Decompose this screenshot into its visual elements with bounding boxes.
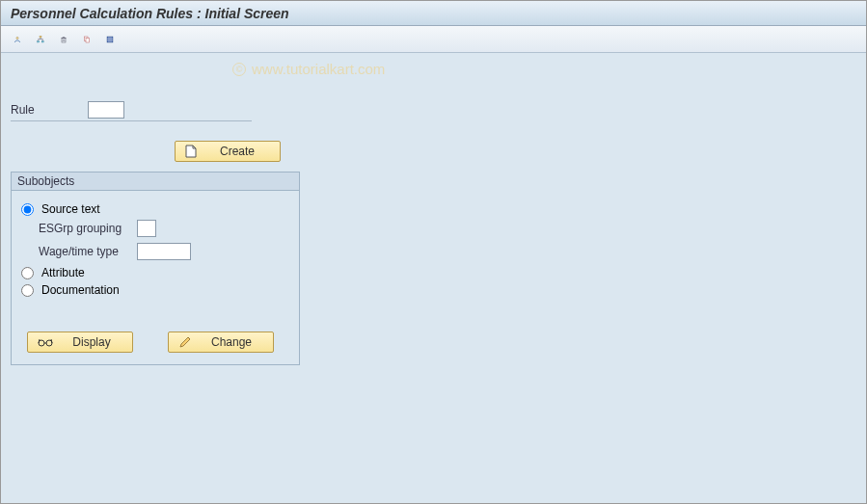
radio-source-text-input[interactable] bbox=[21, 203, 34, 216]
wagetime-input[interactable] bbox=[137, 243, 191, 260]
page-title: Personnel Calculation Rules : Initial Sc… bbox=[11, 6, 289, 21]
radio-attribute-label: Attribute bbox=[41, 266, 85, 279]
flow-icon bbox=[37, 32, 44, 47]
svg-rect-4 bbox=[62, 38, 66, 42]
copyright-icon: © bbox=[232, 63, 246, 76]
toolbar-user-button[interactable] bbox=[7, 30, 28, 49]
radio-attribute-input[interactable] bbox=[21, 267, 34, 279]
toolbar-flow-button[interactable] bbox=[30, 30, 51, 49]
wagetime-label: Wage/time type bbox=[21, 245, 137, 258]
radio-documentation-label: Documentation bbox=[41, 283, 120, 297]
create-row: Create bbox=[175, 141, 856, 162]
svg-point-0 bbox=[16, 37, 18, 39]
source-text-fields: ESGrp grouping Wage/time type bbox=[21, 220, 289, 260]
pencil-icon bbox=[178, 335, 192, 349]
glasses-icon bbox=[38, 337, 53, 347]
toolbar-grid-button[interactable] bbox=[99, 30, 121, 49]
watermark: © www.tutorialkart.com bbox=[232, 61, 385, 77]
rule-label: Rule bbox=[11, 103, 88, 117]
change-button[interactable]: Change bbox=[168, 332, 274, 353]
svg-rect-7 bbox=[107, 37, 113, 42]
radio-source-text-label: Source text bbox=[41, 202, 100, 216]
watermark-text: www.tutorialkart.com bbox=[252, 61, 385, 77]
svg-rect-2 bbox=[38, 40, 40, 42]
display-button-label: Display bbox=[61, 335, 122, 349]
radio-documentation-input[interactable] bbox=[21, 284, 34, 297]
title-bar: Personnel Calculation Rules : Initial Sc… bbox=[1, 1, 866, 26]
radio-source-text[interactable]: Source text bbox=[21, 202, 289, 216]
change-button-label: Change bbox=[200, 335, 263, 349]
subobjects-title: Subobjects bbox=[12, 172, 299, 191]
create-button-label: Create bbox=[204, 145, 270, 158]
display-button[interactable]: Display bbox=[27, 332, 133, 353]
svg-rect-6 bbox=[86, 38, 90, 42]
svg-rect-1 bbox=[40, 36, 41, 38]
trash-icon bbox=[60, 32, 68, 47]
document-icon bbox=[185, 145, 197, 158]
content-area: © www.tutorialkart.com Rule Create Subob… bbox=[1, 53, 866, 503]
toolbar-copy-button[interactable] bbox=[76, 30, 97, 49]
user-icon bbox=[14, 32, 21, 47]
subobjects-group: Subobjects Source text ESGrp grouping Wa… bbox=[11, 172, 300, 365]
esgrp-label: ESGrp grouping bbox=[21, 222, 137, 235]
esgrp-input[interactable] bbox=[137, 220, 156, 237]
create-button[interactable]: Create bbox=[175, 141, 281, 162]
toolbar-delete-button[interactable] bbox=[53, 30, 74, 49]
subobjects-actions: Display Change bbox=[21, 332, 289, 353]
radio-attribute[interactable]: Attribute bbox=[21, 266, 289, 279]
rule-row: Rule bbox=[11, 101, 252, 121]
toolbar bbox=[1, 26, 866, 53]
copy-icon bbox=[83, 32, 91, 47]
grid-icon bbox=[106, 32, 114, 47]
svg-rect-3 bbox=[41, 40, 43, 42]
rule-input[interactable] bbox=[88, 101, 124, 119]
radio-documentation[interactable]: Documentation bbox=[21, 283, 289, 297]
